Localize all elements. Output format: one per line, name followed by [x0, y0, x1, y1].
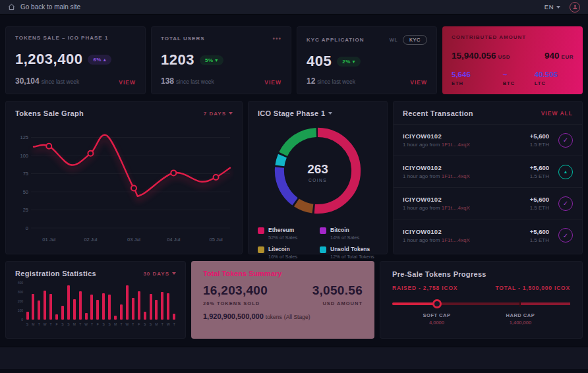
registration-bar[interactable]: T: [173, 283, 176, 320]
svg-text:100: 100: [20, 153, 28, 159]
transactions-list: ICIYOW01021 hour ago from 1F1t....4xqX+5…: [394, 125, 582, 251]
check-circle-icon[interactable]: ✓: [558, 196, 573, 211]
registration-bar[interactable]: S: [108, 283, 111, 320]
view-all-button[interactable]: VIEW ALL: [541, 110, 573, 117]
more-options-icon[interactable]: •••: [272, 35, 281, 42]
back-to-main-site-link[interactable]: Go back to main site: [8, 3, 80, 11]
presale-progress-card: Pre-Sale Tokens Progress RAISED - 2,758 …: [380, 261, 583, 339]
contributed-amount-card: CONTRIBUTED AMOUNT 15,940.056USD 940EUR …: [442, 26, 583, 94]
line-chart-point[interactable]: [46, 144, 51, 149]
eur-amount: 940EUR: [544, 51, 573, 61]
total-users-value: 1203: [161, 51, 194, 69]
contributed-title: CONTRIBUTED AMOUNT: [452, 34, 526, 40]
kyc-toggle[interactable]: KYC: [403, 35, 427, 45]
registration-bar[interactable]: W: [84, 283, 88, 320]
tokens-sale-graph-card: Tokens Sale Graph 7 DAYS 025507510012501…: [5, 101, 243, 254]
registration-bar[interactable]: F: [55, 283, 59, 320]
registration-bar[interactable]: S: [143, 283, 146, 320]
transaction-row[interactable]: ICIYOW01021 hour ago from 1F1t....4xqX+5…: [394, 156, 582, 188]
chevron-down-icon: [229, 112, 233, 115]
tokens-sale-badge: 6% ▴: [88, 55, 111, 65]
registration-bar[interactable]: T: [90, 283, 94, 320]
legend-swatch: [320, 246, 326, 253]
legend-item-ethereum: Ethereum52% of Sales: [258, 227, 316, 241]
hard-cap-marker: HARD CAP 1,400,000: [506, 312, 535, 326]
slider-knob[interactable]: [432, 299, 442, 308]
total-users-card: TOTAL USERS ••• 1203 5% ▾ 138since last …: [151, 26, 291, 94]
donut-legend: Ethereum52% of SalesBitcoin14% of SalesL…: [258, 227, 378, 260]
back-label: Go back to main site: [20, 3, 80, 11]
usd-amount-block: 3,050.56 USD AMOUNT: [312, 283, 363, 306]
wl-toggle[interactable]: WL: [390, 37, 397, 43]
registration-bar[interactable]: M: [73, 283, 76, 320]
ltc-amount: 40.506LTC: [535, 71, 573, 86]
registration-bar[interactable]: S: [67, 283, 70, 320]
kyc-badge: 2% ▾: [337, 57, 361, 67]
registration-bar[interactable]: M: [155, 283, 158, 320]
registration-bar[interactable]: F: [96, 283, 100, 320]
line-chart-point[interactable]: [88, 151, 93, 156]
registration-bar[interactable]: W: [125, 283, 129, 320]
charts-row: Tokens Sale Graph 7 DAYS 025507510012501…: [5, 101, 583, 254]
registration-bar[interactable]: W: [167, 283, 170, 320]
language-label: EN: [544, 3, 554, 11]
tokens-sale-view-button[interactable]: VIEW: [119, 79, 136, 86]
registration-bar[interactable]: T: [78, 283, 82, 320]
svg-text:50: 50: [23, 189, 28, 195]
registration-bar[interactable]: T: [49, 283, 53, 320]
tokens-sale-value: 1,203,400: [15, 51, 82, 68]
coin-amounts: 5,646ETH~BTC40.506LTC: [452, 71, 573, 86]
coins-label: COINS: [309, 178, 327, 183]
legend-swatch: [258, 246, 264, 253]
registration-bar[interactable]: S: [61, 283, 64, 320]
registration-bar[interactable]: F: [137, 283, 140, 320]
svg-text:03 Jul: 03 Jul: [127, 237, 140, 243]
registration-bar[interactable]: S: [102, 283, 105, 320]
presale-progress-slider: [392, 299, 570, 308]
registration-bar[interactable]: M: [32, 283, 35, 320]
chevron-down-icon: [172, 272, 176, 275]
transaction-row[interactable]: ICIYOW01021 hour ago from 1F1t....4xqX+5…: [394, 219, 582, 251]
ico-stage-dropdown[interactable]: ICO Stage Phase 1: [258, 109, 332, 117]
check-circle-icon[interactable]: ✓: [558, 133, 573, 148]
hard-cap-tick: [519, 301, 521, 307]
total-users-view-button[interactable]: VIEW: [264, 79, 281, 86]
eth-amount: 5,646ETH: [452, 71, 503, 86]
registration-title: Registration Statistics: [15, 270, 96, 277]
line-chart-point[interactable]: [131, 186, 136, 191]
svg-text:05 Jul: 05 Jul: [210, 237, 223, 243]
tokens-sold-caption: 26% TOKENS SOLD: [203, 301, 268, 306]
graph-title: Tokens Sale Graph: [15, 109, 84, 117]
usd-amount-value: 3,050.56: [312, 283, 363, 298]
coins-count: 263: [307, 162, 328, 177]
bottom-row: Registration Statistics 30 DAYS 40030020…: [5, 261, 583, 339]
tokens-sale-line-chart: 025507510012501 Jul02 Jul03 Jul04 Jul05 …: [15, 117, 234, 248]
transaction-row[interactable]: ICIYOW01021 hour ago from 1F1t....4xqX+5…: [394, 188, 582, 219]
tokens-sale-title: TOKENS SALE – ICO PHASE 1: [15, 35, 108, 41]
topbar-right: EN: [544, 2, 580, 13]
graph-range-dropdown[interactable]: 7 DAYS: [204, 111, 233, 117]
registration-bar[interactable]: M: [114, 283, 117, 320]
registration-bar[interactable]: T: [131, 283, 134, 320]
registration-bar[interactable]: T: [120, 283, 123, 320]
check-circle-icon[interactable]: ✓: [558, 228, 573, 243]
line-chart-point[interactable]: [171, 170, 176, 175]
recent-transactions-card: Recent Transaction VIEW ALL ICIYOW01021 …: [393, 101, 583, 254]
svg-text:25: 25: [23, 207, 28, 213]
kyc-view-button[interactable]: VIEW: [410, 79, 427, 86]
registration-bar[interactable]: T: [38, 283, 41, 320]
language-selector[interactable]: EN: [544, 3, 560, 11]
registration-bar[interactable]: S: [149, 283, 152, 320]
line-chart-point[interactable]: [214, 175, 219, 180]
chevron-down-icon: [328, 112, 332, 115]
arrow-up-circle-icon[interactable]: ▲: [558, 165, 573, 179]
user-avatar[interactable]: [570, 2, 580, 13]
registration-bar[interactable]: W: [44, 283, 47, 320]
registration-bar[interactable]: S: [26, 283, 29, 320]
registration-bar[interactable]: T: [161, 283, 164, 320]
transaction-row[interactable]: ICIYOW01021 hour ago from 1F1t....4xqX+5…: [394, 125, 582, 156]
tokens-sale-card: TOKENS SALE – ICO PHASE 1 1,203,400 6% ▴…: [5, 26, 146, 94]
svg-text:0: 0: [26, 225, 28, 231]
registration-range-dropdown[interactable]: 30 DAYS: [143, 271, 176, 277]
tokens-sold-block: 16,203,400 26% TOKENS SOLD: [203, 283, 268, 306]
